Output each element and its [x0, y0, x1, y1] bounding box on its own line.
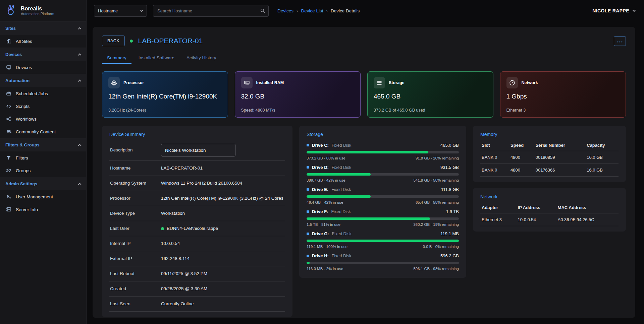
drive-used: 116.0 MB - 2% in use — [307, 267, 343, 271]
section-label: Devices — [5, 52, 22, 57]
cell: 16.0 GB — [585, 151, 619, 164]
brand: Borealis Automation Platform — [0, 0, 86, 21]
workflow-icon — [6, 116, 12, 122]
drive-bullet-icon — [307, 233, 309, 235]
drive-bullet-icon — [307, 255, 309, 257]
drive-usage-fill — [307, 217, 430, 220]
user-menu[interactable]: NICOLE RAPPE — [592, 8, 635, 13]
more-options-button[interactable] — [614, 36, 626, 46]
summary-row-description: Description — [109, 140, 285, 161]
code-icon — [6, 103, 12, 109]
tab-summary[interactable]: Summary — [102, 52, 131, 64]
row-value: Workstation — [161, 210, 185, 217]
search-input[interactable] — [153, 5, 269, 17]
cell: 00176366 — [534, 164, 586, 177]
sidebar-section-filters-groups[interactable]: Filters & Groups — [0, 138, 86, 151]
sidebar-nav: Sites All Sites Devices Devices — [0, 21, 86, 216]
drive-type: Fixed Disk — [332, 143, 351, 148]
memory-table: Slot Speed Serial Number Capacity BANK 0 — [480, 140, 619, 177]
drive-name: Drive H: — [312, 253, 329, 258]
sidebar-section-automation[interactable]: Automation — [0, 74, 86, 87]
table-header-row: Adapter IP Address MAC Address — [480, 202, 619, 213]
stat-card-footer: Ethernet 3 — [506, 108, 620, 113]
filter-icon — [6, 155, 12, 161]
sidebar-item-label: Scripts — [16, 104, 30, 109]
cell: 10.0.0.54 — [517, 213, 556, 226]
stat-card-value: 32.0 GB — [241, 93, 355, 100]
panel-title: Storage — [307, 132, 459, 137]
sidebar-item-devices[interactable]: Devices — [0, 61, 86, 74]
sidebar-item-community-content[interactable]: Community Content — [0, 125, 86, 138]
summary-row-external-ip: External IP 162.248.8.114 — [109, 251, 285, 266]
drive-remaining: 596.1 GB - 98% remaining — [413, 267, 459, 271]
chevron-up-icon — [78, 27, 82, 31]
stat-card-title: Installed RAM — [256, 80, 284, 85]
drive-g: Drive G: Fixed Disk 119.1 MB 119.1 MB - … — [307, 228, 459, 250]
row-label: Operating System — [110, 180, 161, 186]
sidebar-item-all-sites[interactable]: All Sites — [0, 35, 86, 48]
drive-h: Drive H: Fixed Disk 596.2 GB 116.0 MB - … — [307, 250, 459, 272]
drive-usage-fill — [307, 262, 310, 264]
description-input[interactable] — [161, 144, 235, 156]
tab-bar: Summary Installed Software Activity Hist… — [102, 52, 626, 64]
sidebar-item-filters[interactable]: Filters — [0, 151, 86, 164]
page-title: LAB-OPERATOR-01 — [138, 37, 203, 45]
row-value: 09/11/2025 @ 3:52 PM — [161, 270, 207, 277]
sidebar-item-workflows[interactable]: Workflows — [0, 113, 86, 125]
section-label: Filters & Groups — [5, 142, 40, 147]
groups-icon — [6, 168, 12, 174]
drive-usage-fill — [307, 240, 459, 242]
people-icon — [6, 129, 12, 135]
stat-card-value: 465.0 GB — [374, 93, 487, 100]
back-button[interactable]: BACK — [102, 36, 125, 46]
sidebar-item-user-management[interactable]: User Management — [0, 190, 86, 203]
search-box — [153, 5, 269, 17]
sidebar-item-scripts[interactable]: Scripts — [0, 100, 86, 113]
stat-card-footer: 373.2 GB of 465.0 GB used — [374, 108, 487, 113]
tab-activity-history[interactable]: Activity History — [181, 52, 221, 64]
drive-used: 373.2 GB - 80% in use — [307, 156, 345, 160]
sidebar-item-server-info[interactable]: Server Info — [0, 203, 86, 216]
cell: BANK 0 — [480, 151, 509, 164]
panel-title: Memory — [480, 132, 619, 137]
drive-remaining: 91.8 GB - 20% remaining — [416, 156, 459, 160]
hostname-dropdown[interactable]: Hostname — [94, 5, 147, 17]
server-icon — [6, 206, 12, 212]
drive-remaining: 541.8 GB - 58% remaining — [413, 178, 459, 182]
column-header: MAC Address — [556, 202, 619, 213]
breadcrumb-device-list[interactable]: Device List — [301, 8, 323, 13]
drive-size: 596.2 GB — [440, 253, 459, 258]
tab-installed-software[interactable]: Installed Software — [133, 52, 179, 64]
drive-type: Fixed Disk — [332, 254, 351, 258]
row-label: Description — [110, 147, 161, 153]
breadcrumb-devices[interactable]: Devices — [277, 8, 293, 13]
row-value: Windows 11 Pro 24H2 Build 26100.6584 — [161, 180, 242, 187]
summary-row-last-reboot: Last Reboot 09/11/2025 @ 3:52 PM — [109, 266, 285, 281]
cell: 4800 — [509, 151, 534, 164]
brand-subtitle: Automation Platform — [21, 12, 54, 16]
drive-usage-bar — [307, 151, 459, 153]
column-header: Speed — [509, 140, 534, 151]
topbar: Hostname Devices › Device List › Device … — [87, 0, 644, 21]
drive-size: 119.1 MB — [440, 231, 459, 236]
summary-row-last-user: Last User BUNNY-LAB\nicole.rappe — [109, 221, 285, 236]
network-table: Adapter IP Address MAC Address Ethernet … — [480, 202, 619, 226]
sidebar-section-admin-settings[interactable]: Admin Settings — [0, 177, 86, 190]
table-header-row: Slot Speed Serial Number Capacity — [480, 140, 619, 151]
content-area: BACK LAB-OPERATOR-01 Summary Installed S… — [87, 21, 644, 324]
sidebar-item-scheduled-jobs[interactable]: Scheduled Jobs — [0, 87, 86, 100]
stat-card-storage: Storage 465.0 GB 373.2 GB of 465.0 GB us… — [367, 71, 493, 118]
sidebar-item-label: Server Info — [16, 207, 38, 212]
summary-row-operating-system: Operating System Windows 11 Pro 24H2 Bui… — [109, 176, 285, 191]
sidebar-item-groups[interactable]: Groups — [0, 164, 86, 177]
drive-usage-fill — [307, 151, 428, 153]
drive-usage-fill — [307, 195, 371, 198]
sidebar-section-devices[interactable]: Devices — [0, 48, 86, 61]
cell: BANK 0 — [480, 164, 509, 177]
drive-type: Fixed Disk — [331, 187, 351, 192]
sidebar-section-sites[interactable]: Sites — [0, 21, 86, 35]
drive-name: Drive G: — [312, 231, 329, 236]
summary-row-internal-ip: Internal IP 10.0.0.54 — [109, 236, 285, 251]
sidebar-item-label: Devices — [16, 65, 32, 70]
cell: 4800 — [509, 164, 534, 177]
